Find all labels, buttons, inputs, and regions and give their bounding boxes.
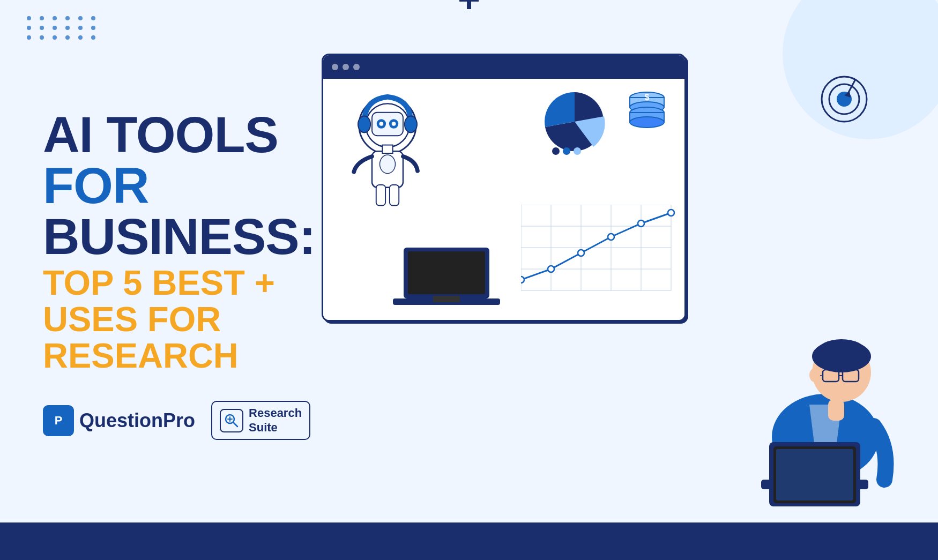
laptop-in-browser bbox=[393, 245, 500, 309]
headline-line6: RESEARCH bbox=[43, 338, 311, 374]
browser-dot-2 bbox=[343, 64, 349, 70]
right-panel: $ bbox=[311, 21, 895, 512]
svg-rect-21 bbox=[382, 145, 392, 153]
svg-rect-24 bbox=[390, 185, 399, 206]
headline-line2: FOR bbox=[43, 160, 311, 211]
line-chart bbox=[521, 205, 682, 307]
svg-point-14 bbox=[405, 116, 417, 133]
headline-line1: AI TOOLS bbox=[43, 109, 311, 160]
qp-logo-text: QuestionPro bbox=[79, 409, 195, 432]
svg-point-49 bbox=[548, 266, 554, 272]
pie-chart bbox=[540, 87, 609, 156]
bottom-bar bbox=[0, 522, 938, 560]
svg-point-18 bbox=[379, 122, 384, 126]
svg-point-13 bbox=[358, 116, 370, 133]
research-suite-text: ResearchSuite bbox=[249, 406, 302, 435]
svg-point-38 bbox=[630, 117, 664, 128]
svg-rect-28 bbox=[433, 296, 460, 302]
svg-rect-23 bbox=[376, 185, 385, 206]
svg-point-57 bbox=[817, 339, 866, 363]
target-icon bbox=[820, 75, 868, 123]
browser-content: $ bbox=[323, 79, 684, 320]
content-area: AI TOOLS FOR BUSINESS: TOP 5 BEST + USES… bbox=[0, 0, 938, 522]
svg-point-19 bbox=[392, 122, 396, 126]
svg-rect-68 bbox=[828, 399, 844, 421]
page-container: AI TOOLS FOR BUSINESS: TOP 5 BEST + USES… bbox=[0, 0, 938, 560]
person-illustration bbox=[708, 287, 895, 512]
rs-search-icon bbox=[224, 413, 240, 429]
svg-point-31 bbox=[563, 147, 570, 155]
left-panel: AI TOOLS FOR BUSINESS: TOP 5 BEST + USES… bbox=[43, 21, 311, 512]
svg-text:P: P bbox=[55, 414, 63, 427]
svg-point-52 bbox=[638, 220, 644, 227]
svg-line-3 bbox=[233, 422, 237, 427]
svg-point-30 bbox=[552, 147, 560, 155]
headline-line5: USES FOR bbox=[43, 301, 311, 338]
svg-point-58 bbox=[809, 368, 820, 382]
research-suite-logo: ResearchSuite bbox=[211, 401, 310, 440]
svg-text:$: $ bbox=[645, 93, 650, 102]
browser-bar bbox=[323, 55, 684, 79]
qp-icon: P bbox=[50, 412, 67, 429]
plus-symbol: + bbox=[458, 0, 480, 18]
headline-line4: TOP 5 BEST + bbox=[43, 265, 311, 301]
svg-rect-15 bbox=[372, 113, 403, 136]
rs-icon-box bbox=[220, 409, 243, 432]
svg-point-32 bbox=[574, 147, 581, 155]
coin-stack: $ bbox=[615, 84, 674, 138]
browser-dot-1 bbox=[332, 64, 338, 70]
browser-dot-3 bbox=[353, 64, 360, 70]
robot-illustration bbox=[334, 79, 441, 229]
svg-point-22 bbox=[380, 155, 396, 174]
svg-point-50 bbox=[578, 250, 584, 256]
svg-rect-26 bbox=[408, 251, 485, 294]
qp-icon-box: P bbox=[43, 405, 74, 436]
svg-point-53 bbox=[668, 210, 674, 216]
questionpro-logo: P QuestionPro bbox=[43, 405, 195, 436]
logos-row: P QuestionPro bbox=[43, 401, 311, 440]
browser-window: $ bbox=[322, 54, 686, 322]
svg-point-48 bbox=[521, 277, 524, 283]
svg-rect-67 bbox=[776, 449, 853, 501]
headline-line3: BUSINESS: bbox=[43, 211, 311, 262]
svg-point-51 bbox=[608, 234, 614, 240]
